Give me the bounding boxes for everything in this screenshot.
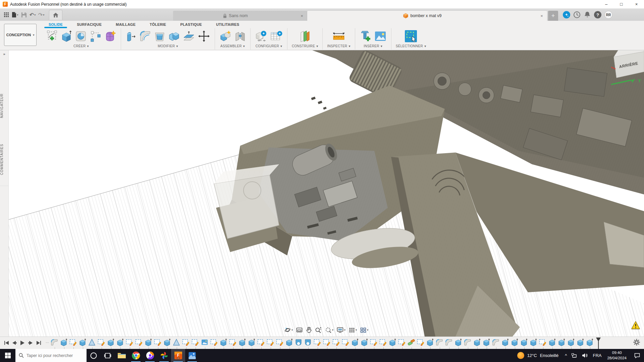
timeline-item-extrude[interactable] — [520, 338, 528, 346]
timeline-item-revolve[interactable] — [294, 338, 303, 346]
group-label[interactable]: INSPECTER — [327, 44, 347, 48]
expand-panels-icon[interactable]: » — [0, 52, 8, 56]
nav-look-at-icon[interactable] — [295, 327, 304, 333]
warning-triangle-icon[interactable] — [631, 321, 640, 329]
nav-pan-icon[interactable] — [305, 326, 313, 334]
taskbar-app-photos[interactable] — [185, 349, 199, 362]
minimize-button[interactable]: – — [599, 0, 614, 8]
group-caret-icon[interactable]: ▾ — [316, 44, 318, 48]
create-sketch-icon[interactable] — [46, 30, 58, 42]
timeline-item-fillet[interactable] — [492, 338, 500, 346]
timeline-step-forward-button[interactable] — [28, 340, 34, 346]
timeline-item-loft[interactable] — [88, 338, 96, 346]
nav-orbit-icon[interactable]: ▾ — [283, 326, 294, 334]
workspace-selector[interactable]: CONCEPTION ▾ — [4, 24, 37, 46]
job-status-icon[interactable] — [573, 11, 581, 18]
ribbon-tab-utilitaires[interactable]: UTILITAIRES — [209, 21, 246, 28]
taskbar-app-cortana[interactable] — [87, 349, 101, 362]
group-caret-icon[interactable]: ▾ — [243, 44, 245, 48]
group-caret-icon[interactable]: ▾ — [424, 44, 426, 48]
nav-display-settings-icon[interactable]: ▾ — [336, 326, 346, 334]
nav-viewports-icon[interactable]: ▾ — [359, 327, 369, 334]
tab-close-icon[interactable]: × — [538, 13, 546, 18]
ai-assistant-icon[interactable] — [563, 11, 570, 18]
timeline-item-extrude[interactable] — [78, 338, 87, 346]
timeline-item-sketch[interactable] — [69, 338, 77, 346]
timeline-collapsed-icon[interactable]: ... — [46, 339, 49, 344]
volume-icon[interactable] — [580, 349, 590, 362]
document-tab-bomber[interactable]: bomber x mat v9 × — [307, 11, 547, 21]
timeline-skip-start-button[interactable] — [3, 340, 9, 346]
group-label[interactable]: CONSTRUIRE — [292, 44, 315, 48]
undo-button[interactable]: ↶▾ — [28, 10, 37, 19]
ribbon-tab-solide[interactable]: SOLIDE — [42, 21, 70, 28]
language-indicator[interactable]: FRA — [590, 349, 604, 362]
timeline-position-marker[interactable] — [596, 338, 601, 348]
timeline-item-extrude[interactable] — [219, 338, 227, 346]
tab-close-icon[interactable]: × — [298, 13, 306, 18]
timeline-item-sketch[interactable] — [257, 338, 265, 346]
ribbon-tab-maillage[interactable]: MAILLAGE — [109, 21, 143, 28]
group-label[interactable]: CONFIGURER — [256, 44, 279, 48]
group-label[interactable]: SÉLECTIONNER — [396, 44, 423, 48]
ribbon-tab-surfacique[interactable]: SURFACIQUE — [70, 21, 109, 28]
nav-caret-icon[interactable]: ▾ — [367, 328, 368, 331]
shell-icon[interactable] — [154, 30, 166, 42]
timeline-item-extrude[interactable] — [511, 338, 519, 346]
ribbon-tab-plastique[interactable]: PLASTIQUE — [173, 21, 209, 28]
combine-icon[interactable] — [168, 30, 180, 42]
insert-fastener-icon[interactable] — [360, 30, 372, 43]
group-label[interactable]: ASSEMBLER — [220, 44, 242, 48]
timeline-item-sketch[interactable] — [539, 338, 547, 346]
save-button[interactable] — [19, 10, 28, 19]
revolve-icon[interactable] — [75, 30, 87, 42]
view-cube[interactable]: ARRIÈRE Y — [610, 50, 644, 92]
timeline-item-sketch[interactable] — [398, 338, 406, 346]
timeline-item-sketch[interactable] — [97, 338, 105, 346]
timeline-settings-gear-icon[interactable] — [633, 339, 640, 347]
insert-canvas-icon[interactable] — [374, 31, 387, 42]
help-icon[interactable]: ? — [594, 11, 601, 18]
timeline-item-sketch[interactable] — [125, 338, 133, 346]
nav-caret-icon[interactable]: ▾ — [291, 328, 293, 331]
taskbar-app-fusion-360[interactable]: FFUS — [171, 349, 185, 362]
timeline-item-sketch[interactable] — [323, 338, 331, 346]
create-form-icon[interactable] — [104, 30, 116, 42]
group-label[interactable]: CRÉER — [73, 44, 86, 48]
nav-zoom-icon[interactable] — [314, 326, 323, 334]
primitive-box-icon[interactable] — [89, 30, 101, 42]
network-icon[interactable] — [569, 349, 580, 362]
home-button[interactable] — [49, 10, 62, 20]
timeline-item-extrude[interactable] — [238, 338, 246, 346]
comments-panel-tab[interactable]: COMMENTAIRES — [0, 136, 8, 186]
offset-face-icon[interactable] — [182, 30, 195, 42]
timeline-item-extrude[interactable] — [501, 338, 509, 346]
timeline-item-extrude[interactable] — [548, 338, 556, 346]
3d-viewport[interactable]: ARRIÈRE Y ▾▾▾▾▾ — [9, 50, 644, 337]
nav-caret-icon[interactable]: ▾ — [356, 328, 357, 331]
timeline-item-fillet[interactable] — [50, 338, 58, 346]
timeline-item-sketch[interactable] — [266, 338, 274, 346]
timeline-item-loft[interactable] — [172, 338, 180, 346]
search-input[interactable] — [26, 353, 80, 358]
nav-fit-icon[interactable]: ▾ — [324, 326, 334, 334]
group-caret-icon[interactable]: ▾ — [87, 44, 89, 48]
timeline-item-sketch[interactable] — [313, 338, 321, 346]
taskbar-app-file-explorer[interactable] — [115, 349, 129, 362]
group-caret-icon[interactable]: ▾ — [176, 44, 178, 48]
timeline-item-extrude[interactable] — [586, 338, 594, 346]
timeline-item-extrude[interactable] — [567, 338, 575, 346]
timeline-item-sketch[interactable] — [229, 338, 237, 346]
press-pull-icon[interactable] — [125, 30, 137, 42]
ribbon-tab-tolerie[interactable]: TÔLERIE — [143, 21, 173, 28]
taskbar-app-chrome[interactable] — [129, 349, 143, 362]
taskbar-clock[interactable]: 09:40 28/04/2024 — [604, 350, 630, 361]
measure-icon[interactable] — [332, 30, 345, 42]
timeline-item-extrude[interactable] — [144, 338, 152, 346]
construction-plane-icon[interactable] — [299, 30, 311, 43]
timeline-item-fillet[interactable] — [445, 338, 453, 346]
timeline-item-extrude[interactable] — [163, 338, 171, 346]
timeline-item-fillet[interactable] — [435, 338, 443, 346]
timeline-item-extrude[interactable] — [388, 338, 396, 346]
navigator-panel-tab[interactable]: NAVIGATEUR — [0, 82, 8, 129]
